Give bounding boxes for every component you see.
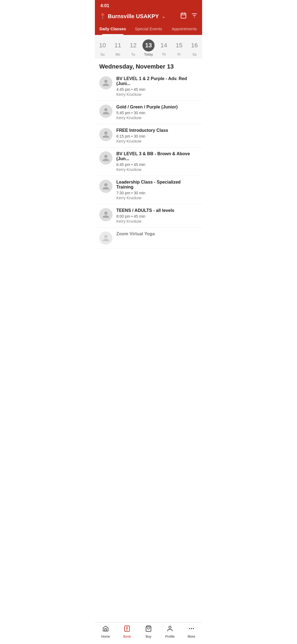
class-name: TEENS / ADULTS - all levels [116,208,198,213]
class-list: BV LEVEL 1 & 2 Purple - Adv. Red (Juni..… [95,72,202,249]
avatar [99,180,112,193]
class-item[interactable]: BV LEVEL 1 & 2 Purple - Adv. Red (Juni..… [95,72,202,101]
class-info: Zoom Virtual Yoga [116,231,198,238]
date-number: 14 [158,39,170,51]
date-item-11[interactable]: 11Mo [111,39,125,56]
tab-events[interactable]: Special Events [131,24,166,35]
avatar [99,128,112,141]
class-name: FREE Introductory Class [116,128,198,133]
avatar [99,105,112,118]
class-item[interactable]: FREE Introductory Class6:15 pm • 30 minK… [95,124,202,148]
date-item-12[interactable]: 12Tu [127,39,140,56]
date-label: Today [144,53,153,56]
chevron-down-icon: ⌄ [162,14,165,19]
avatar [99,231,112,245]
location-row[interactable]: 📍 Burnsville USAKPY ⌄ [99,13,180,20]
status-bar: 4:01 [95,0,202,10]
filter-icon[interactable] [191,12,198,20]
main-content: 10Su11Mo12Tu13Today14Th15Fr16Sa Wednesda… [95,35,202,271]
date-label: Mo [116,53,120,56]
date-item-16[interactable]: 16Sa [188,39,201,56]
class-item[interactable]: Zoom Virtual Yoga [95,228,202,249]
class-instructor: Kerry Kruckow [116,167,198,172]
class-info: BV LEVEL 1 & 2 Purple - Adv. Red (Juni..… [116,76,198,97]
class-info: Gold / Green / Purple (Junior)5:45 pm • … [116,105,198,120]
date-label: Tu [131,53,135,56]
class-time: 5:45 pm • 30 min [116,111,198,115]
class-item[interactable]: BV LEVEL 3 & BB - Brown & Above (Jun...6… [95,148,202,176]
date-number: 10 [97,39,109,51]
class-info: BV LEVEL 3 & BB - Brown & Above (Jun...6… [116,151,198,172]
calendar-icon[interactable] [180,12,187,20]
date-number: 15 [173,39,185,51]
class-item[interactable]: TEENS / ADULTS - all levels8:00 pm • 45 … [95,204,202,228]
avatar [99,208,112,221]
date-item-10[interactable]: 10Su [96,39,109,56]
date-label: Sa [193,53,197,56]
date-label: Su [101,53,105,56]
class-time: 4:45 pm • 45 min [116,87,198,92]
tab-appointments[interactable]: Appointments [166,24,202,35]
class-instructor: Kerry Kruckow [116,92,198,97]
class-name: Zoom Virtual Yoga [116,231,198,236]
date-number: 16 [188,39,200,51]
class-name: Gold / Green / Purple (Junior) [116,105,198,110]
date-item-15[interactable]: 15Fr [172,39,186,56]
class-time: 6:45 pm • 45 min [116,162,198,167]
location-pin-icon: 📍 [99,13,106,20]
class-instructor: Kerry Kruckow [116,139,198,143]
avatar [99,151,112,165]
location-name: Burnsville USAKPY [108,13,159,20]
tabs: Daily ClassesSpecial EventsAppointments [95,20,202,35]
class-time: 7:30 pm • 30 min [116,191,198,195]
class-instructor: Kerry Kruckow [116,116,198,120]
avatar [99,76,112,89]
class-info: Leadership Class - Specialized Training7… [116,180,198,200]
class-instructor: Kerry Kruckow [116,219,198,223]
class-time: 6:15 pm • 30 min [116,134,198,138]
class-time: 8:00 pm • 45 min [116,214,198,219]
svg-rect-0 [181,13,186,18]
date-number: 13 [142,39,155,51]
class-info: FREE Introductory Class6:15 pm • 30 minK… [116,128,198,143]
date-item-14[interactable]: 14Th [157,39,170,56]
header: 📍 Burnsville USAKPY ⌄ [95,10,202,20]
status-time: 4:01 [100,3,109,8]
class-instructor: Kerry Kruckow [116,196,198,200]
class-name: BV LEVEL 1 & 2 Purple - Adv. Red (Juni..… [116,76,198,86]
class-item[interactable]: Gold / Green / Purple (Junior)5:45 pm • … [95,101,202,124]
date-label: Th [162,53,166,56]
tab-daily[interactable]: Daily Classes [95,24,131,35]
date-label: Fr [178,53,181,56]
date-number: 12 [127,39,139,51]
class-name: Leadership Class - Specialized Training [116,180,198,190]
day-title: Wednesday, November 13 [95,59,202,72]
date-item-13[interactable]: 13Today [142,39,155,56]
class-info: TEENS / ADULTS - all levels8:00 pm • 45 … [116,208,198,223]
date-number: 11 [112,39,124,51]
date-picker: 10Su11Mo12Tu13Today14Th15Fr16Sa [95,35,202,59]
class-item[interactable]: Leadership Class - Specialized Training7… [95,176,202,204]
header-icons [180,12,198,20]
class-name: BV LEVEL 3 & BB - Brown & Above (Jun... [116,151,198,161]
